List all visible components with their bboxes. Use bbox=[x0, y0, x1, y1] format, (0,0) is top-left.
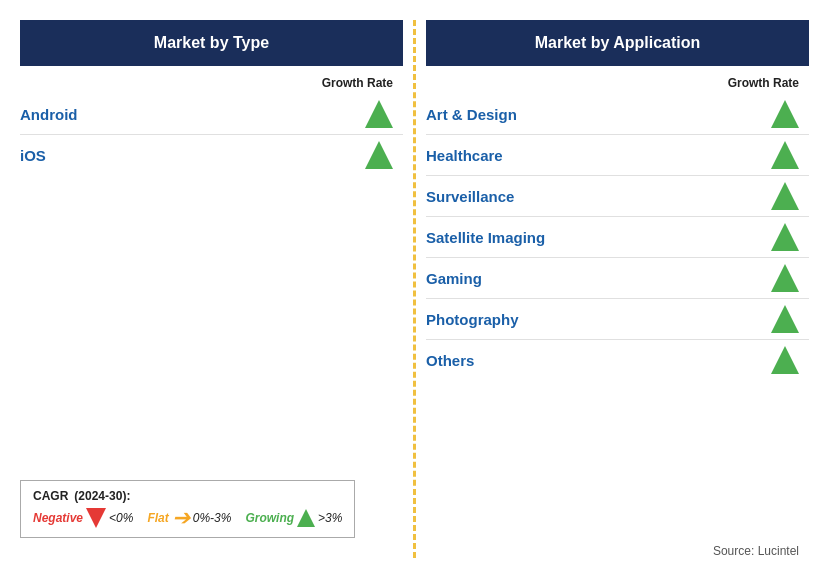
right-row-photography: Photography bbox=[426, 299, 809, 340]
satellite-imaging-label: Satellite Imaging bbox=[426, 229, 545, 246]
legend-items-row: Negative <0% Flat ➔ 0%-3% Growing >3% bbox=[33, 507, 342, 529]
right-row-healthcare: Healthcare bbox=[426, 135, 809, 176]
others-label: Others bbox=[426, 352, 474, 369]
healthcare-label: Healthcare bbox=[426, 147, 503, 164]
legend-negative-value: <0% bbox=[109, 511, 133, 525]
legend-negative-arrow bbox=[86, 508, 106, 528]
satellite-imaging-arrow bbox=[771, 223, 799, 251]
android-label: Android bbox=[20, 106, 78, 123]
right-row-gaming: Gaming bbox=[426, 258, 809, 299]
legend-flat-arrow: ➔ bbox=[172, 507, 190, 529]
legend-growing-value: >3% bbox=[318, 511, 342, 525]
legend-flat-label: Flat bbox=[147, 511, 168, 525]
android-arrow-up bbox=[365, 100, 393, 128]
legend-negative-item: Negative <0% bbox=[33, 508, 133, 528]
right-growth-rate-label: Growth Rate bbox=[426, 76, 809, 90]
photography-label: Photography bbox=[426, 311, 519, 328]
legend-flat-value: 0%-3% bbox=[193, 511, 232, 525]
legend-cagr-years: (2024-30): bbox=[74, 489, 130, 503]
legend-growing-label: Growing bbox=[245, 511, 294, 525]
right-items-area: Art & Design Healthcare Surveillance Sat… bbox=[426, 94, 809, 538]
left-panel: Market by Type Growth Rate Android iOS C… bbox=[20, 20, 403, 558]
right-row-satellite: Satellite Imaging bbox=[426, 217, 809, 258]
legend-growing-item: Growing >3% bbox=[245, 509, 342, 527]
art-design-label: Art & Design bbox=[426, 106, 517, 123]
legend-growing-arrow bbox=[297, 509, 315, 527]
ios-arrow-up bbox=[365, 141, 393, 169]
legend-cagr-row: CAGR (2024-30): bbox=[33, 489, 342, 503]
left-panel-header: Market by Type bbox=[20, 20, 403, 66]
left-row-ios: iOS bbox=[20, 135, 403, 175]
ios-label: iOS bbox=[20, 147, 46, 164]
others-arrow bbox=[771, 346, 799, 374]
left-growth-rate-label: Growth Rate bbox=[20, 76, 403, 90]
panel-divider bbox=[413, 20, 416, 558]
legend-negative-label: Negative bbox=[33, 511, 83, 525]
legend-cagr-label: CAGR bbox=[33, 489, 68, 503]
photography-arrow bbox=[771, 305, 799, 333]
right-row-surveillance: Surveillance bbox=[426, 176, 809, 217]
gaming-arrow bbox=[771, 264, 799, 292]
right-panel: Market by Application Growth Rate Art & … bbox=[426, 20, 809, 558]
surveillance-label: Surveillance bbox=[426, 188, 514, 205]
right-row-art: Art & Design bbox=[426, 94, 809, 135]
right-panel-header: Market by Application bbox=[426, 20, 809, 66]
surveillance-arrow bbox=[771, 182, 799, 210]
art-design-arrow bbox=[771, 100, 799, 128]
legend-flat-item: Flat ➔ 0%-3% bbox=[147, 507, 231, 529]
left-row-android: Android bbox=[20, 94, 403, 135]
legend-box: CAGR (2024-30): Negative <0% Flat ➔ 0%-3… bbox=[20, 480, 355, 538]
healthcare-arrow bbox=[771, 141, 799, 169]
gaming-label: Gaming bbox=[426, 270, 482, 287]
right-row-others: Others bbox=[426, 340, 809, 380]
source-label: Source: Lucintel bbox=[426, 544, 809, 558]
